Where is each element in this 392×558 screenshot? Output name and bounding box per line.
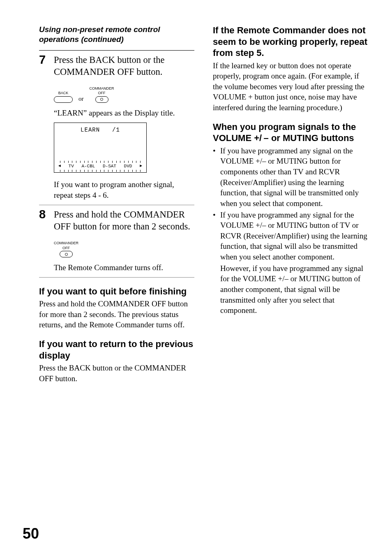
bullet-2-text: If you have programmed any signal for th… (220, 210, 368, 262)
step-number-7: 7 (39, 54, 48, 66)
lcd-dvd: DVD (124, 163, 132, 169)
bullet-icon: • (213, 210, 219, 262)
step-7-text: Press the BACK button or the COMMANDER O… (54, 54, 194, 78)
lcd-arrow-right-icon: ► (140, 163, 142, 169)
section-quit-title: If you want to quit before finishing (39, 286, 194, 297)
bullet-icon: • (213, 146, 219, 209)
lcd-acbl: A-CBL (81, 163, 95, 169)
repeat-steps-text: If you want to program another signal, r… (54, 179, 194, 200)
remote-turns-off-text: The Remote Commander turns off. (54, 262, 194, 273)
divider (39, 50, 194, 51)
commander-off-label-line1: COMMANDER (90, 87, 114, 90)
lcd-tv: TV (69, 163, 74, 169)
commander-off-button-icon (60, 251, 73, 257)
section-return-body: Press the BACK button or the COMMANDER O… (39, 363, 194, 384)
divider (39, 205, 194, 205)
section-return-title: If you want to return to the previous di… (39, 338, 194, 361)
lcd-dsat: D-SAT (103, 163, 116, 169)
lcd-arrow-left-icon: ◄ (58, 163, 61, 169)
bullet-1-text: If you have programmed any signal on the… (220, 146, 368, 209)
step-number-8: 8 (39, 208, 48, 220)
section-volume-title: When you program signals to the VOLUME +… (213, 121, 368, 144)
lcd-learn-text: LEARN (81, 126, 100, 134)
running-head: Using non-preset remote control operatio… (39, 25, 194, 44)
or-text: or (78, 95, 84, 103)
section-quit-body: Press and hold the COMMANDER OFF button … (39, 299, 194, 330)
back-button-label: BACK (58, 91, 69, 95)
bullet-2-continuation: However, if you have programmed any sign… (220, 263, 368, 316)
learn-appears-text: “LEARN” appears as the Display title. (54, 108, 194, 118)
commander-off-label-line2: OFF (98, 91, 106, 95)
commander-off-label-line1: COMMANDER (54, 241, 78, 245)
step-8-text: Press and hold the COMMANDER OFF button … (54, 208, 194, 233)
section-not-working-title: If the Remote Commander does not seem to… (213, 25, 368, 59)
commander-off-button-icon (95, 96, 108, 103)
commander-off-label-line2: OFF (62, 246, 70, 250)
page-number: 50 (23, 525, 39, 542)
section-not-working-body: If the learned key or button does not op… (213, 60, 368, 113)
back-button-icon (54, 96, 73, 103)
lcd-display: LEARN /1 ◄ TV A-CBL D-SAT DVD ► (54, 123, 147, 173)
divider (39, 277, 194, 278)
lcd-slash1-text: /1 (112, 126, 120, 134)
